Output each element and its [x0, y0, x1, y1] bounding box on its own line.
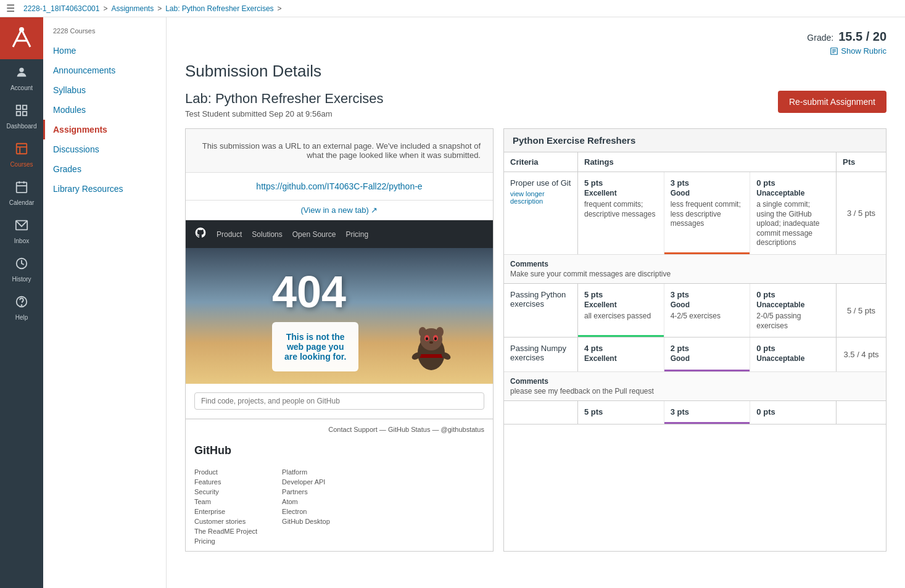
sidebar-item-dashboard-label: Dashboard — [7, 123, 37, 130]
svg-point-29 — [434, 337, 437, 341]
ratings-numpy: 4 pts Excellent 2 pts Good 0 pts — [578, 337, 837, 371]
hamburger-icon[interactable]: ☰ — [6, 2, 15, 14]
github-nav-opensource: Open Source — [292, 230, 336, 239]
account-icon — [15, 65, 28, 82]
nav-library-resources[interactable]: Library Resources — [43, 179, 166, 199]
sidebar-item-dashboard[interactable]: Dashboard — [0, 97, 43, 136]
svg-point-25 — [436, 327, 444, 337]
resubmit-button[interactable]: Re-submit Assignment — [778, 91, 886, 113]
page-title: Submission Details — [185, 62, 886, 81]
sidebar-item-inbox[interactable]: Inbox — [0, 212, 43, 251]
content-area: Grade: 15.5 / 20 Show Rubric Submission … — [167, 17, 905, 588]
github-nav-solutions: Solutions — [252, 230, 282, 239]
nav-syllabus[interactable]: Syllabus — [43, 80, 166, 100]
view-link[interactable]: (View in a new tab) ↗ — [186, 201, 493, 220]
svg-rect-31 — [419, 354, 444, 358]
submitted-text: Test Student submitted Sep 20 at 9:56am — [185, 109, 384, 118]
sidebar-item-calendar[interactable]: Calendar — [0, 174, 43, 212]
ratings-git: 5 pts Excellent frequent commits; descri… — [578, 172, 837, 254]
svg-rect-7 — [17, 144, 27, 154]
pts-last — [837, 401, 886, 424]
pts-git: 3 / 5 pts — [837, 172, 886, 254]
github-footer2: Product Features Security Team Enterpris… — [186, 462, 493, 551]
comments-git: Comments Make sure your commit messages … — [504, 254, 886, 283]
pts-numpy: 3.5 / 4 pts — [837, 337, 886, 371]
sidebar-item-history[interactable]: History — [0, 251, 43, 289]
rating-python-unacceptable: 0 pts Unacceptable 2-0/5 passing exercis… — [750, 284, 836, 337]
svg-point-2 — [19, 68, 23, 72]
sidebar-item-inbox-label: Inbox — [14, 238, 29, 244]
github-404-code: 404 — [272, 267, 346, 317]
breadcrumb: ☰ 2228-1_18IT4063C001 > Assignments > La… — [0, 0, 905, 17]
nav-home[interactable]: Home — [43, 41, 166, 60]
sidebar-item-help-label: Help — [15, 314, 28, 321]
github-preview: Product Solutions Open Source Pricing 40… — [186, 220, 493, 551]
breadcrumb-assignments[interactable]: Assignments — [111, 4, 154, 13]
breadcrumb-sep3: > — [278, 4, 282, 13]
github-nav-pricing: Pricing — [345, 230, 368, 239]
submission-panel: This submission was a URL to an external… — [185, 128, 494, 552]
col-header-criteria: Criteria — [504, 152, 578, 172]
sidebar-item-calendar-label: Calendar — [9, 199, 35, 206]
rating-git-good: 3 pts Good less frequent commit; less de… — [664, 172, 751, 254]
rating-numpy-good: 2 pts Good — [664, 337, 751, 371]
view-longer-description-git[interactable]: view longer description — [510, 190, 571, 205]
sidebar-item-history-label: History — [12, 276, 31, 283]
rating-last-3: 0 pts — [750, 401, 836, 424]
github-search-input[interactable] — [194, 392, 484, 410]
svg-rect-5 — [17, 112, 20, 115]
rating-git-unacceptable: 0 pts Unacceptable a single commit; usin… — [750, 172, 836, 254]
criteria-last — [504, 401, 578, 424]
rating-numpy-excellent: 4 pts Excellent — [578, 337, 664, 371]
nav-grades[interactable]: Grades — [43, 159, 166, 179]
github-logo-icon — [194, 226, 207, 242]
rubric-row-last: 5 pts 3 pts 0 pts — [504, 401, 886, 424]
nav-discussions[interactable]: Discussions — [43, 139, 166, 159]
sidebar-item-courses[interactable]: Courses — [0, 136, 43, 174]
svg-point-24 — [419, 327, 426, 337]
submission-info-text: This submission was a URL to an external… — [186, 129, 493, 173]
svg-point-1 — [19, 27, 24, 32]
github-hero-section: 404 — [186, 248, 493, 384]
courses-label: 2228 Courses — [43, 25, 166, 41]
grade-header: Grade: 15.5 / 20 Show Rubric — [185, 30, 886, 56]
nav-announcements[interactable]: Announcements — [43, 60, 166, 80]
sidebar-item-account[interactable]: Account — [0, 59, 43, 97]
assignment-title: Lab: Python Refresher Exercises — [185, 91, 384, 107]
rating-last-2: 3 pts — [664, 401, 751, 424]
octocat-image — [407, 316, 456, 378]
github-navbar: Product Solutions Open Source Pricing — [186, 220, 493, 248]
sidebar-item-help[interactable]: Help — [0, 289, 43, 327]
sidebar-item-account-label: Account — [10, 85, 33, 91]
breadcrumb-current[interactable]: Lab: Python Refresher Exercises — [165, 4, 273, 13]
criteria-git: Proper use of Git view longer descriptio… — [504, 172, 578, 254]
breadcrumb-sep1: > — [103, 4, 107, 13]
course-navigation: 2228 Courses Home Announcements Syllabus… — [43, 17, 167, 588]
rating-last-1: 5 pts — [578, 401, 664, 424]
criteria-numpy: Passing Numpy exercises — [504, 337, 578, 371]
breadcrumb-course[interactable]: 2228-1_18IT4063C001 — [23, 4, 99, 13]
sidebar: Account Dashboard Courses Calendar Inbox — [0, 17, 43, 588]
svg-point-28 — [426, 337, 428, 341]
col-header-pts: Pts — [837, 152, 886, 172]
show-rubric-button[interactable]: Show Rubric — [807, 46, 886, 56]
rubric-row-numpy: Passing Numpy exercises 4 pts Excellent … — [504, 337, 886, 401]
github-404-message: This is not the web page you are looking… — [272, 322, 358, 371]
comments-numpy: Comments please see my feedback on the P… — [504, 371, 886, 400]
ratings-python: 5 pts Excellent all exercises passed 3 p… — [578, 284, 837, 337]
submission-url[interactable]: https://github.com/IT4063C-Fall22/python… — [186, 173, 493, 201]
app-logo[interactable] — [0, 17, 43, 59]
svg-rect-3 — [17, 106, 20, 109]
two-panel: This submission was a URL to an external… — [185, 128, 886, 552]
rubric-column-headers: Criteria Ratings Pts — [504, 152, 886, 172]
rubric-title: Python Exercise Refreshers — [504, 129, 886, 152]
rating-git-excellent: 5 pts Excellent frequent commits; descri… — [578, 172, 664, 254]
pts-python: 5 / 5 pts — [837, 284, 886, 337]
nav-assignments[interactable]: Assignments — [43, 120, 166, 139]
courses-icon — [15, 142, 28, 159]
nav-modules[interactable]: Modules — [43, 100, 166, 120]
rating-numpy-unacceptable: 0 pts Unacceptable — [750, 337, 836, 371]
dashboard-icon — [15, 104, 28, 120]
col-header-ratings: Ratings — [578, 152, 837, 172]
github-footer: Contact Support — GitHub Status — @githu… — [186, 419, 493, 439]
